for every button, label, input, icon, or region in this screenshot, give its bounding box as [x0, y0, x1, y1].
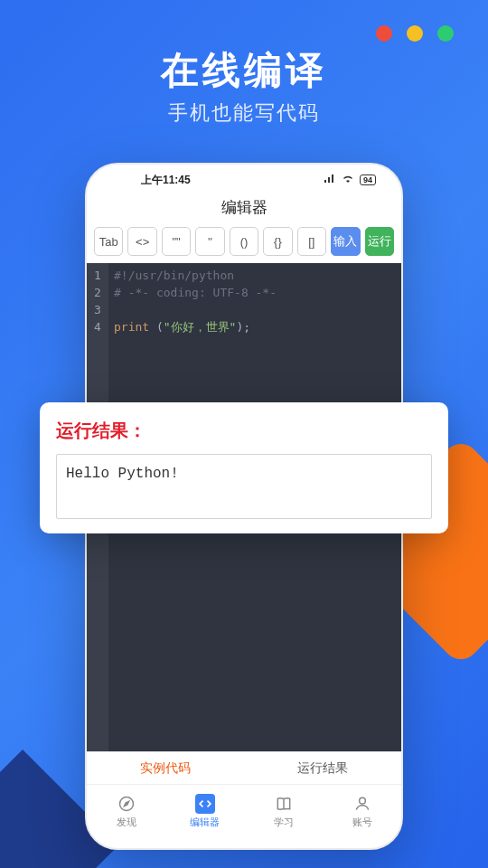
angle-bracket-button[interactable]: <>	[127, 227, 156, 256]
bracket-button[interactable]: []	[297, 227, 326, 256]
nav-learn[interactable]: 学习	[244, 785, 323, 838]
battery-icon: 94	[360, 175, 376, 185]
editor-toolbar: Tab <> "" '' () {} [] 输入 运行	[87, 227, 401, 263]
double-quote-button[interactable]: ""	[162, 227, 191, 256]
editor-subtabs: 实例代码 运行结果	[87, 751, 401, 784]
nav-discover[interactable]: 发现	[87, 785, 165, 838]
status-bar: 上午11:45 94	[87, 165, 401, 195]
svg-marker-1	[124, 802, 128, 807]
nav-label: 账号	[352, 816, 372, 829]
line-number: 3	[87, 301, 108, 318]
result-output: Hello Python!	[56, 454, 432, 519]
compass-icon	[117, 794, 136, 814]
svg-point-3	[359, 797, 365, 804]
code-line: # -*- coding: UTF-8 -*-	[114, 286, 277, 299]
code-token: );	[236, 320, 250, 334]
app-title: 编辑器	[87, 195, 401, 227]
status-time: 上午11:45	[141, 173, 191, 188]
nav-label: 编辑器	[190, 816, 220, 829]
nav-label: 学习	[274, 816, 294, 829]
window-controls	[376, 25, 454, 42]
tab-run-result[interactable]: 运行结果	[244, 752, 401, 784]
status-icons: 94	[324, 175, 376, 185]
book-icon	[274, 794, 294, 814]
line-number: 2	[87, 284, 108, 301]
tab-example-code[interactable]: 实例代码	[87, 752, 244, 784]
code-line: #!/usr/bin/python	[114, 269, 234, 282]
user-icon	[352, 794, 372, 814]
run-button[interactable]: 运行	[365, 227, 394, 256]
maximize-icon	[437, 25, 454, 42]
wifi-icon	[342, 175, 354, 185]
input-button[interactable]: 输入	[331, 227, 360, 256]
code-token: "你好，世界"	[164, 320, 237, 334]
minimize-icon	[407, 25, 423, 42]
close-icon	[376, 25, 392, 42]
nav-editor[interactable]: 编辑器	[165, 785, 244, 838]
brace-button[interactable]: {}	[263, 227, 292, 256]
code-token: print	[114, 320, 149, 334]
result-title: 运行结果：	[56, 419, 432, 443]
line-number: 1	[87, 267, 108, 284]
code-icon	[195, 794, 215, 814]
single-quote-button[interactable]: ''	[195, 227, 224, 256]
nav-account[interactable]: 账号	[323, 785, 401, 838]
hero-subtitle: 手机也能写代码	[0, 99, 488, 127]
bottom-nav: 发现 编辑器 学习 账号	[87, 784, 401, 838]
tab-key-button[interactable]: Tab	[94, 227, 123, 256]
signal-icon	[324, 175, 336, 185]
line-number: 4	[87, 318, 108, 335]
paren-button[interactable]: ()	[230, 227, 258, 256]
hero-title: 在线编译	[0, 45, 488, 96]
result-popup: 运行结果： Hello Python!	[40, 402, 448, 533]
code-token: (	[149, 320, 164, 334]
nav-label: 发现	[117, 816, 136, 829]
